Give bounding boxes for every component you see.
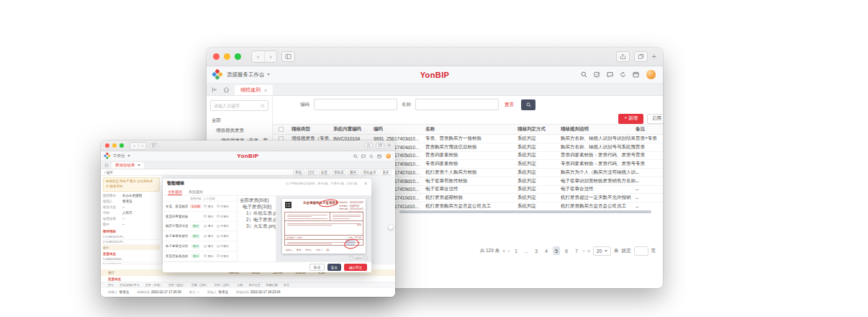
dialog-tab[interactable]: 业务规则 bbox=[168, 188, 182, 195]
scrollbar-thumb[interactable] bbox=[399, 210, 651, 213]
page-number[interactable]: 6 bbox=[563, 246, 570, 255]
file-tree-item[interactable]: 2）电子发票.pdf bbox=[238, 217, 276, 223]
page-number[interactable]: 1 bbox=[512, 246, 520, 255]
forward-nav-button[interactable]: › bbox=[138, 143, 146, 149]
minimize-window-button[interactable] bbox=[224, 53, 230, 60]
radio-fail[interactable]: 不通过 bbox=[217, 254, 230, 258]
doc-action-button[interactable]: 联查 bbox=[319, 170, 330, 175]
refresh-icon[interactable] bbox=[369, 154, 374, 158]
radio-fail[interactable]: 不通过 bbox=[217, 215, 230, 218]
home-icon[interactable] bbox=[223, 84, 230, 95]
back-link[interactable]: ‹ 返回 bbox=[104, 171, 113, 174]
radio-fail[interactable]: 不通过 bbox=[217, 205, 230, 208]
page-size-select[interactable]: 20 bbox=[593, 246, 611, 256]
enable-dropdown-button[interactable]: 启用 bbox=[647, 114, 663, 124]
file-tree-item[interactable]: 1）出租车票.png bbox=[238, 210, 276, 217]
cancel-button[interactable]: 取消 bbox=[309, 264, 325, 271]
file-tree-item[interactable]: 全部发票(6张) bbox=[238, 197, 276, 204]
new-tab-button[interactable]: + bbox=[387, 143, 391, 148]
tree-item[interactable]: 全部 bbox=[210, 115, 268, 125]
rule-row[interactable]: 普票四要素校验 ⚠ 通过 不通过 bbox=[163, 212, 237, 222]
tab-overview-button[interactable] bbox=[634, 51, 648, 62]
code-filter-input[interactable] bbox=[314, 99, 397, 110]
sidebar-toggle-button[interactable] bbox=[150, 143, 158, 149]
rule-row[interactable]: 发票查验真伪校验 通过⚠ 通过 不通过 bbox=[163, 251, 237, 262]
refresh-icon[interactable] bbox=[620, 71, 626, 78]
reset-button[interactable]: 重置 bbox=[505, 102, 514, 108]
search-button[interactable] bbox=[521, 99, 535, 110]
search-icon[interactable] bbox=[581, 71, 587, 78]
prev-page-button[interactable]: ‹ bbox=[508, 249, 510, 254]
close-icon[interactable]: × bbox=[364, 181, 367, 186]
calendar-icon[interactable] bbox=[633, 71, 639, 78]
last-page-button[interactable]: » bbox=[587, 249, 590, 254]
page-number[interactable]: … bbox=[523, 246, 530, 255]
rule-row[interactable]: 专票、普票购买方一致校验 有问题⚠ 通过 不通过 bbox=[163, 202, 237, 212]
tab-overview-button[interactable] bbox=[376, 143, 384, 149]
tab-audit-rules[interactable]: 稽核规则 × bbox=[235, 85, 273, 95]
doc-action-button[interactable]: 审批意见 bbox=[361, 170, 379, 175]
close-window-button[interactable] bbox=[105, 143, 109, 148]
radio-fail[interactable]: 不通过 bbox=[217, 224, 230, 228]
rule-row[interactable]: 购买方预设信息校验 通过⚠ 通过 不通过 bbox=[163, 222, 237, 232]
tab-expense-report[interactable]: 费用报销单 bbox=[112, 162, 144, 169]
first-page-button[interactable]: « bbox=[502, 249, 505, 254]
cell-name[interactable]: 机打发票购买方是否是公司员工 bbox=[425, 203, 517, 210]
workspace-switcher[interactable]: 工作台 bbox=[113, 153, 130, 158]
edit-icon[interactable] bbox=[594, 71, 600, 78]
avatar[interactable] bbox=[385, 153, 392, 159]
cell-name[interactable]: 电子签章合法性 bbox=[425, 186, 517, 192]
radio-pass[interactable]: 通过 bbox=[204, 234, 214, 238]
workspace-switcher[interactable]: 票据服务工作台 bbox=[227, 71, 270, 79]
doc-action-button[interactable]: 附件 bbox=[348, 170, 359, 175]
close-icon[interactable]: × bbox=[264, 88, 267, 93]
page-number[interactable]: 3 bbox=[533, 246, 540, 255]
select-all-checkbox[interactable] bbox=[279, 127, 284, 132]
radio-pass[interactable]: 通过 bbox=[204, 205, 214, 208]
search-icon[interactable] bbox=[261, 104, 265, 108]
zoom-out-button[interactable]: − bbox=[349, 256, 353, 260]
back-nav-button[interactable]: ‹ bbox=[252, 51, 264, 62]
rule-row[interactable]: 电子签章合法性校验 通过⚠ 通过 不通过 bbox=[163, 241, 237, 251]
cell-name[interactable]: 专票四要素校验 bbox=[425, 161, 517, 167]
cell-name[interactable]: 电子签章有效性校验 bbox=[425, 178, 517, 184]
home-icon[interactable] bbox=[104, 161, 109, 169]
doc-action-button[interactable]: 复制 bbox=[293, 170, 304, 175]
doc-action-button[interactable]: 打印 bbox=[306, 170, 317, 175]
next-page-button[interactable]: › bbox=[583, 249, 584, 254]
file-tree-item[interactable]: 电子发票(3张) bbox=[238, 204, 276, 210]
invoice-row[interactable]: 1 0340019002... bbox=[103, 257, 160, 262]
page-number[interactable]: 4 bbox=[543, 246, 550, 255]
confirm-submit-button[interactable]: 确认提交 bbox=[344, 264, 367, 271]
radio-fail[interactable]: 不通过 bbox=[217, 234, 230, 238]
jump-page-input[interactable] bbox=[634, 246, 648, 256]
radio-pass[interactable]: 通过 bbox=[204, 215, 214, 218]
save-button[interactable]: 暂存 bbox=[327, 264, 341, 271]
collapse-panel-icon[interactable] bbox=[212, 84, 218, 95]
message-icon[interactable] bbox=[361, 154, 366, 158]
zoom-in-button[interactable]: + bbox=[363, 256, 368, 260]
doc-action-button[interactable]: 更多 bbox=[380, 170, 392, 175]
search-icon[interactable] bbox=[353, 154, 358, 158]
close-window-button[interactable] bbox=[213, 53, 220, 60]
zoom-window-button[interactable] bbox=[235, 53, 241, 60]
file-tree-item[interactable]: 3）火车票.png bbox=[238, 223, 276, 230]
dialog-tab[interactable]: 系统规则 bbox=[189, 188, 203, 195]
share-button[interactable] bbox=[364, 143, 373, 149]
sidebar-toggle-button[interactable] bbox=[281, 51, 295, 62]
add-button[interactable]: + 新增 bbox=[618, 114, 643, 124]
radio-pass[interactable]: 通过 bbox=[204, 244, 214, 248]
name-filter-input[interactable] bbox=[415, 99, 499, 110]
cell-name[interactable]: 普票购买方预设信息校验 bbox=[425, 144, 517, 151]
zoom-window-button[interactable] bbox=[119, 143, 124, 148]
cell-name[interactable]: 机打发票个人购买方校验 bbox=[425, 169, 517, 176]
page-number[interactable]: 7 bbox=[573, 246, 580, 255]
doc-action-button[interactable]: 审批流 bbox=[332, 170, 347, 175]
expense-row[interactable]: 1 CLBX202179... bbox=[103, 235, 160, 240]
calendar-icon[interactable] bbox=[377, 154, 381, 158]
back-nav-button[interactable]: ‹ bbox=[130, 143, 138, 149]
new-tab-button[interactable]: + bbox=[652, 53, 656, 61]
cell-name[interactable]: 专票、普票购买方一致校验 bbox=[425, 135, 517, 142]
cell-name[interactable]: 普票四要素校验 bbox=[425, 152, 517, 158]
minimize-window-button[interactable] bbox=[112, 143, 117, 148]
